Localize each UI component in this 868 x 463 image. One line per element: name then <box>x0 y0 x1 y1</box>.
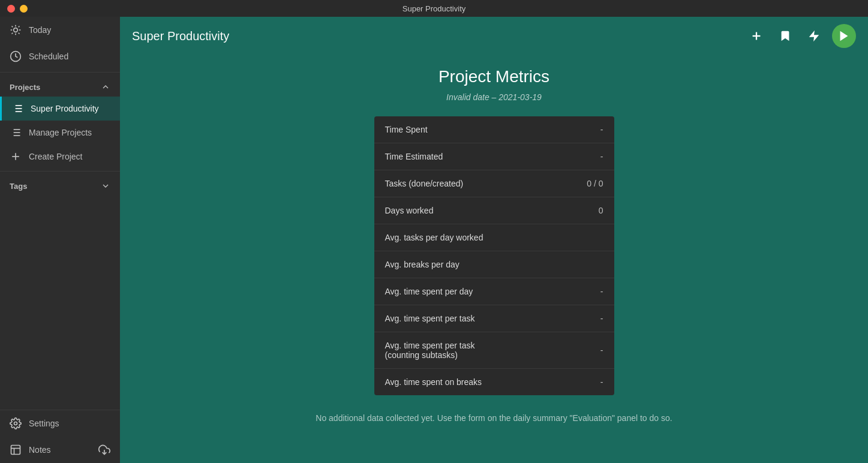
settings-label: Settings <box>29 419 59 428</box>
add-icon <box>750 29 763 43</box>
metrics-row-avg-time-day: Avg. time spent per day - <box>374 278 614 305</box>
notes-label: Notes <box>29 445 51 455</box>
play-icon <box>837 29 851 43</box>
svg-line-8 <box>19 26 20 28</box>
play-button[interactable] <box>832 24 856 48</box>
sidebar: Today Scheduled Projects <box>0 17 120 463</box>
svg-point-0 <box>14 28 18 32</box>
svg-rect-25 <box>11 446 20 455</box>
chevron-down-icon <box>101 181 110 191</box>
sidebar-manage-projects[interactable]: Manage Projects <box>0 121 120 145</box>
today-icon <box>10 24 22 36</box>
sidebar-notes[interactable]: Notes <box>0 437 120 463</box>
metrics-row-avg-time-breaks: Avg. time spent on breaks - <box>374 369 614 395</box>
metrics-area: Project Metrics Invalid date – 2021-03-1… <box>120 55 868 463</box>
tasks-label: Tasks (done/created) <box>385 179 567 188</box>
chevron-up-icon <box>101 82 110 92</box>
notes-icon <box>10 444 22 456</box>
metrics-row-tasks: Tasks (done/created) 0 / 0 <box>374 170 614 197</box>
svg-line-7 <box>12 33 13 34</box>
main-header: Super Productivity <box>120 17 868 55</box>
window-title: Super Productivity <box>403 4 466 13</box>
lightning-button[interactable] <box>803 25 825 47</box>
projects-section-header[interactable]: Projects <box>0 75 120 97</box>
avg-breaks-day-label: Avg. breaks per day <box>385 260 567 269</box>
metrics-title: Project Metrics <box>438 67 549 86</box>
sidebar-item-today[interactable]: Today <box>0 17 120 43</box>
title-bar: Super Productivity <box>0 0 868 17</box>
svg-marker-32 <box>840 31 848 41</box>
tags-section-header[interactable]: Tags <box>0 174 120 196</box>
avg-time-breaks-value: - <box>567 377 603 387</box>
sidebar-bottom: Settings Notes <box>0 410 120 463</box>
create-project-label: Create Project <box>29 152 82 161</box>
svg-line-5 <box>12 26 13 28</box>
metrics-row-avg-time-task: Avg. time spent per task - <box>374 305 614 332</box>
avg-time-breaks-label: Avg. time spent on breaks <box>385 377 567 387</box>
lightning-icon <box>807 29 821 43</box>
sidebar-item-scheduled[interactable]: Scheduled <box>0 43 120 70</box>
tasks-value: 0 / 0 <box>567 179 603 188</box>
avg-time-task-subtasks-label: Avg. time spent per task(counting subtas… <box>385 341 567 360</box>
list-icon <box>11 103 23 115</box>
header-actions <box>746 24 856 48</box>
manage-list-icon <box>10 127 22 139</box>
sidebar-settings[interactable]: Settings <box>0 410 120 437</box>
avg-time-day-label: Avg. time spent per day <box>385 287 567 296</box>
time-spent-value: - <box>567 125 603 134</box>
svg-line-6 <box>19 33 20 34</box>
metrics-row-days-worked: Days worked 0 <box>374 197 614 224</box>
traffic-lights <box>7 5 28 13</box>
metrics-row-avg-time-task-subtasks: Avg. time spent per task(counting subtas… <box>374 332 614 369</box>
settings-icon <box>10 417 22 429</box>
app-body: Today Scheduled Projects <box>0 17 868 463</box>
sidebar-project-super-productivity[interactable]: Super Productivity <box>0 97 120 121</box>
minimize-button[interactable] <box>20 5 28 13</box>
page-title: Super Productivity <box>132 29 229 43</box>
download-icon <box>98 444 110 456</box>
projects-label: Projects <box>10 83 40 92</box>
close-button[interactable] <box>7 5 15 13</box>
metrics-row-time-estimated: Time Estimated - <box>374 143 614 170</box>
scheduled-icon <box>10 50 22 62</box>
avg-time-task-label: Avg. time spent per task <box>385 314 567 323</box>
time-estimated-value: - <box>567 152 603 161</box>
sidebar-divider-2 <box>0 171 120 172</box>
bookmark-icon <box>779 29 792 43</box>
metrics-date: Invalid date – 2021-03-19 <box>446 92 542 102</box>
super-productivity-label: Super Productivity <box>31 104 99 113</box>
time-estimated-label: Time Estimated <box>385 152 567 161</box>
sidebar-divider-1 <box>0 72 120 73</box>
main-content: Super Productivity <box>120 17 868 463</box>
avg-time-day-value: - <box>567 287 603 296</box>
today-label: Today <box>29 25 51 35</box>
no-data-message: No additional data collected yet. Use th… <box>316 413 672 423</box>
add-icon <box>10 151 22 163</box>
days-worked-value: 0 <box>567 206 603 215</box>
metrics-table: Time Spent - Time Estimated - Tasks (don… <box>374 116 614 395</box>
avg-time-task-value: - <box>567 314 603 323</box>
time-spent-label: Time Spent <box>385 125 567 134</box>
scheduled-label: Scheduled <box>29 52 68 61</box>
metrics-row-time-spent: Time Spent - <box>374 116 614 143</box>
avg-tasks-day-label: Avg. tasks per day worked <box>385 233 567 242</box>
svg-point-24 <box>14 422 17 425</box>
notes-item-left: Notes <box>10 444 51 456</box>
svg-marker-31 <box>809 31 819 41</box>
metrics-row-avg-breaks-day: Avg. breaks per day <box>374 251 614 278</box>
bookmark-button[interactable] <box>774 25 796 47</box>
avg-time-task-subtasks-value: - <box>567 345 603 355</box>
manage-projects-label: Manage Projects <box>29 128 92 137</box>
add-task-button[interactable] <box>746 25 767 47</box>
metrics-row-avg-tasks-day: Avg. tasks per day worked <box>374 224 614 251</box>
days-worked-label: Days worked <box>385 206 567 215</box>
tags-label: Tags <box>10 182 27 191</box>
sidebar-create-project[interactable]: Create Project <box>0 145 120 169</box>
